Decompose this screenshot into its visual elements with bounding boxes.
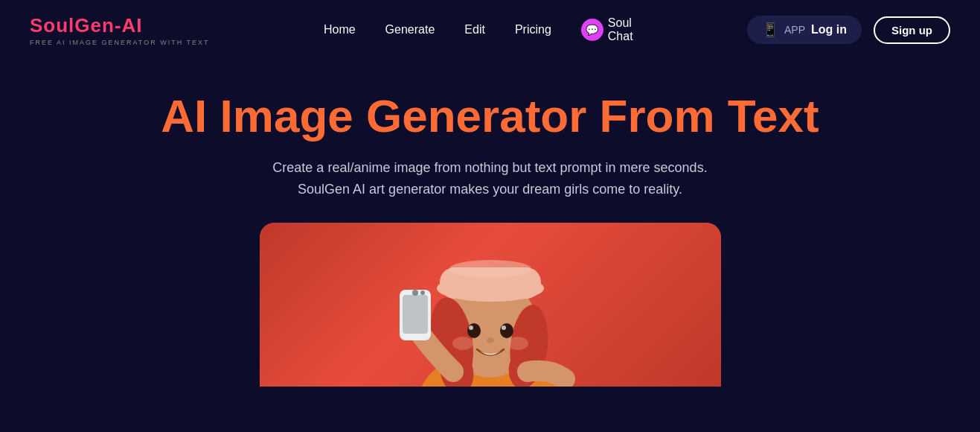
hero-section: AI Image Generator From Text Create a re… [0, 60, 980, 387]
svg-point-17 [412, 290, 418, 296]
svg-point-19 [452, 337, 473, 350]
svg-point-13 [502, 325, 506, 330]
logo[interactable]: SoulGen-AI FREE AI IMAGE GENERATOR WITH … [30, 14, 210, 46]
svg-point-5 [449, 260, 531, 278]
nav-item-pricing[interactable]: Pricing [515, 23, 551, 36]
nav-item-home[interactable]: Home [324, 23, 356, 36]
navbar: SoulGen-AI FREE AI IMAGE GENERATOR WITH … [0, 0, 980, 60]
svg-point-14 [487, 337, 494, 343]
nav-link-edit[interactable]: Edit [464, 23, 485, 36]
soul-chat-label: SoulChat [608, 16, 633, 43]
hero-person-illustration [342, 223, 639, 387]
nav-link-generate[interactable]: Generate [385, 23, 435, 36]
logo-subtitle: FREE AI IMAGE GENERATOR WITH TEXT [30, 39, 210, 46]
svg-point-12 [469, 325, 473, 330]
nav-item-generate[interactable]: Generate [385, 23, 435, 36]
nav-item-edit[interactable]: Edit [464, 23, 485, 36]
hero-subtitle-line1: Create a real/anime image from nothing b… [272, 160, 707, 175]
hero-subtitle: Create a real/anime image from nothing b… [267, 157, 714, 200]
nav-link-home[interactable]: Home [324, 23, 356, 36]
soul-chat-bubble-icon: 💬 [581, 19, 603, 41]
app-login-button[interactable]: 📱 APP Log in [747, 16, 862, 44]
signup-button[interactable]: Sign up [874, 16, 950, 44]
hero-image-inner [260, 223, 721, 387]
nav-right: 📱 APP Log in Sign up [747, 16, 950, 44]
phone-icon: 📱 [762, 22, 778, 38]
svg-point-20 [507, 337, 528, 350]
nav-item-soul-chat[interactable]: 💬 SoulChat [581, 16, 633, 43]
svg-rect-16 [403, 295, 428, 334]
logo-text[interactable]: SoulGen-AI [30, 14, 143, 37]
nav-link-pricing[interactable]: Pricing [515, 23, 551, 36]
svg-point-18 [420, 290, 425, 295]
hero-subtitle-line2: SoulGen AI art generator makes your drea… [298, 182, 682, 197]
app-label: APP [784, 24, 805, 36]
nav-links: Home Generate Edit Pricing 💬 SoulChat [324, 16, 633, 43]
login-label: Log in [811, 23, 847, 36]
svg-point-11 [500, 323, 513, 338]
svg-point-10 [467, 323, 481, 338]
soul-chat-link[interactable]: 💬 SoulChat [581, 16, 633, 43]
hero-title: AI Image Generator From Text [15, 89, 965, 142]
hero-image-card [260, 223, 721, 387]
